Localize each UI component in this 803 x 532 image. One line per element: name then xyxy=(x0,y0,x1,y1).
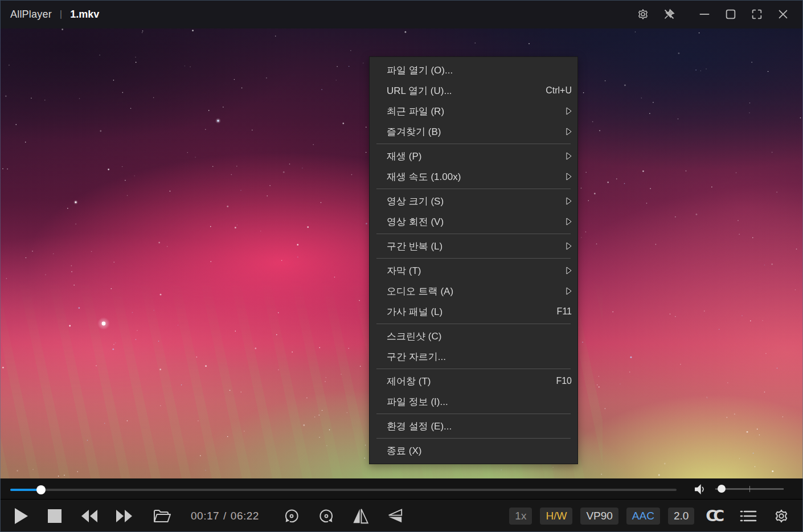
submenu-arrow-icon xyxy=(566,107,572,115)
menu-separator xyxy=(376,438,571,439)
fullscreen-icon[interactable] xyxy=(750,7,764,21)
volume-icon[interactable] xyxy=(693,482,707,497)
fast-forward-button[interactable] xyxy=(114,509,134,523)
menu-item-label: 영상 크기 (S) xyxy=(387,195,566,208)
title-bar: AllPlayer | 1.mkv xyxy=(0,0,803,28)
menu-item-label: 재생 속도 (1.00x) xyxy=(387,170,566,183)
open-file-icon[interactable] xyxy=(152,508,171,524)
stop-button[interactable] xyxy=(47,508,63,524)
menu-item-label: 영상 회전 (V) xyxy=(387,215,566,228)
close-icon[interactable] xyxy=(776,7,790,21)
submenu-arrow-icon xyxy=(566,173,572,181)
menu-separator xyxy=(376,189,571,189)
control-bar: 00:17 / 06:22 1xH/WVP90AAC2.0 xyxy=(0,500,803,532)
pin-off-icon[interactable] xyxy=(662,7,676,21)
menu-item-label: 구간 자르기... xyxy=(387,350,572,363)
menu-item-label: 오디오 트랙 (A) xyxy=(387,285,566,298)
menu-item[interactable]: 구간 반복 (L) xyxy=(370,236,577,256)
volume-center-tick xyxy=(749,486,750,492)
menu-item-label: 가사 패널 (L) xyxy=(387,305,557,318)
submenu-arrow-icon xyxy=(566,267,572,275)
context-menu: 파일 열기 (O)...URL 열기 (U)...Ctrl+U최근 파일 (R)… xyxy=(369,56,578,464)
menu-item[interactable]: 구간 자르기... xyxy=(370,346,577,367)
status-badge-1x[interactable]: 1x xyxy=(509,508,532,525)
menu-separator xyxy=(376,144,571,144)
title-divider: | xyxy=(60,9,62,20)
menu-item-label: 환경 설정 (E)... xyxy=(387,420,572,433)
total-duration: 06:22 xyxy=(231,510,259,522)
menu-separator xyxy=(376,258,571,259)
menu-item-label: 파일 정보 (I)... xyxy=(387,395,572,408)
menu-item-label: 구간 반복 (L) xyxy=(387,240,566,253)
menu-item[interactable]: 오디오 트랙 (A) xyxy=(370,281,577,301)
menu-item-shortcut: F10 xyxy=(556,376,572,386)
rotate-ccw-icon[interactable] xyxy=(283,508,300,525)
menu-item[interactable]: 즐겨찾기 (B) xyxy=(370,121,577,142)
submenu-arrow-icon xyxy=(566,128,572,136)
volume-handle[interactable] xyxy=(718,485,726,493)
rewind-button[interactable] xyxy=(80,509,99,523)
time-display: 00:17 / 06:22 xyxy=(191,510,259,522)
time-separator: / xyxy=(223,510,227,522)
seek-row xyxy=(0,478,803,500)
menu-item[interactable]: 재생 (P) xyxy=(370,146,577,166)
menu-item-label: 종료 (X) xyxy=(387,444,572,457)
rotate-cw-icon[interactable] xyxy=(318,508,335,525)
current-time: 00:17 xyxy=(191,510,219,522)
status-badge-aac[interactable]: AAC xyxy=(626,508,660,525)
flip-vertical-icon[interactable] xyxy=(386,508,403,525)
seek-handle[interactable] xyxy=(36,485,46,494)
seek-bar[interactable] xyxy=(10,489,677,491)
menu-item[interactable]: 가사 패널 (L)F11 xyxy=(370,301,577,322)
menu-item-label: 최근 파일 (R) xyxy=(387,105,566,118)
menu-separator xyxy=(376,369,571,369)
menu-item-label: 즐겨찾기 (B) xyxy=(387,125,566,138)
menu-item-shortcut: F11 xyxy=(557,306,572,317)
menu-item-label: 스크린샷 (C) xyxy=(387,330,572,343)
menu-item-label: 파일 열기 (O)... xyxy=(387,64,572,77)
menu-item[interactable]: 파일 열기 (O)... xyxy=(370,60,577,80)
maximize-icon[interactable] xyxy=(724,7,738,21)
status-badge-20[interactable]: 2.0 xyxy=(668,508,694,525)
menu-item[interactable]: 영상 크기 (S) xyxy=(370,191,577,211)
settings-gear-icon[interactable] xyxy=(636,7,650,21)
menu-item[interactable]: 환경 설정 (E)... xyxy=(370,416,577,436)
menu-item-label: 자막 (T) xyxy=(387,264,566,277)
menu-item[interactable]: URL 열기 (U)...Ctrl+U xyxy=(370,80,577,101)
window-title: AllPlayer | 1.mkv xyxy=(0,9,99,21)
menu-item[interactable]: 최근 파일 (R) xyxy=(370,101,577,121)
subtitles-cc-icon[interactable]: CC xyxy=(706,507,724,525)
menu-item-shortcut: Ctrl+U xyxy=(546,85,572,96)
menu-item[interactable]: 영상 회전 (V) xyxy=(370,211,577,232)
menu-separator xyxy=(376,324,571,324)
menu-item[interactable]: 파일 정보 (I)... xyxy=(370,391,577,412)
submenu-arrow-icon xyxy=(566,218,572,226)
menu-item[interactable]: 종료 (X) xyxy=(370,440,577,461)
menu-item-label: 재생 (P) xyxy=(387,150,566,163)
menu-item[interactable]: 자막 (T) xyxy=(370,260,577,281)
status-badge-vp90[interactable]: VP90 xyxy=(580,508,618,525)
status-badge-hw[interactable]: H/W xyxy=(540,508,572,525)
menu-item[interactable]: 제어창 (T)F10 xyxy=(370,371,577,391)
playlist-icon[interactable] xyxy=(739,509,757,523)
volume-slider[interactable] xyxy=(715,488,784,490)
menu-item[interactable]: 스크린샷 (C) xyxy=(370,326,577,346)
menu-item-label: 제어창 (T) xyxy=(387,375,556,388)
player-settings-gear-icon[interactable] xyxy=(773,508,789,524)
submenu-arrow-icon xyxy=(566,152,572,160)
flip-horizontal-icon[interactable] xyxy=(352,508,369,525)
menu-separator xyxy=(376,234,571,234)
app-name: AllPlayer xyxy=(10,9,52,21)
play-button[interactable] xyxy=(13,507,30,525)
current-file-name: 1.mkv xyxy=(70,9,99,21)
minimize-icon[interactable] xyxy=(698,7,711,21)
submenu-arrow-icon xyxy=(566,242,572,250)
submenu-arrow-icon xyxy=(566,197,572,205)
menu-item[interactable]: 재생 속도 (1.00x) xyxy=(370,166,577,187)
menu-item-label: URL 열기 (U)... xyxy=(387,84,546,97)
menu-separator xyxy=(376,414,571,414)
submenu-arrow-icon xyxy=(566,287,572,295)
